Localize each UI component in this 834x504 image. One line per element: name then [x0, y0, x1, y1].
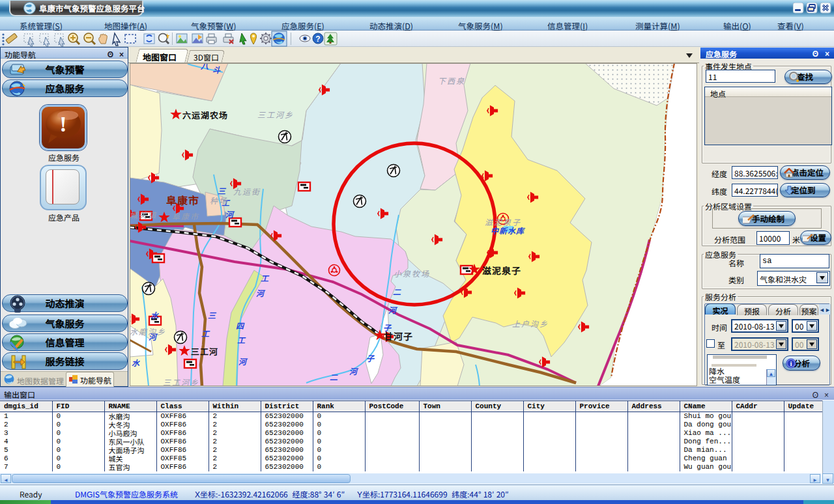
svg-text:二: 二: [330, 371, 338, 382]
svg-text:四: 四: [236, 320, 245, 331]
svg-text:滋泥泉子: 滋泥泉子: [482, 264, 521, 277]
svg-text:阜康市: 阜康市: [166, 192, 199, 208]
svg-text:八: 八: [200, 63, 209, 71]
svg-text:甘河子: 甘河子: [384, 329, 413, 343]
svg-text:三工河乡: 三工河乡: [163, 376, 199, 386]
svg-text:六运湖农场: 六运湖农场: [182, 109, 228, 121]
svg-text:子: 子: [366, 352, 375, 363]
svg-text:水: 水: [132, 357, 140, 368]
svg-text:下西泉: 下西泉: [438, 75, 465, 86]
svg-text:城关镇: 城关镇: [130, 209, 157, 220]
svg-text:水磨沟乡: 水磨沟乡: [130, 326, 166, 337]
svg-text:斗: 斗: [212, 64, 221, 75]
svg-text:i: i: [790, 359, 792, 367]
svg-text:小泉牧场: 小泉牧场: [394, 268, 430, 279]
svg-text:上户沟乡: 上户沟乡: [512, 318, 549, 329]
svg-text:水: 水: [151, 309, 159, 320]
svg-text:工: 工: [237, 334, 246, 345]
svg-text:工: 工: [201, 328, 210, 339]
svg-text:二: 二: [393, 286, 401, 297]
svg-text:三工河乡: 三工河乡: [257, 109, 294, 120]
svg-text:阜康市: 阜康市: [172, 210, 199, 221]
svg-text:三工河: 三工河: [191, 345, 218, 357]
svg-text:!: !: [59, 112, 66, 136]
svg-text:工: 工: [261, 272, 270, 283]
svg-text:三: 三: [208, 309, 217, 320]
svg-text:种场: 种场: [210, 195, 228, 206]
svg-text:?: ?: [315, 35, 320, 44]
svg-text:中新水库: 中新水库: [491, 225, 525, 236]
svg-text:九运街: 九运街: [233, 186, 261, 197]
